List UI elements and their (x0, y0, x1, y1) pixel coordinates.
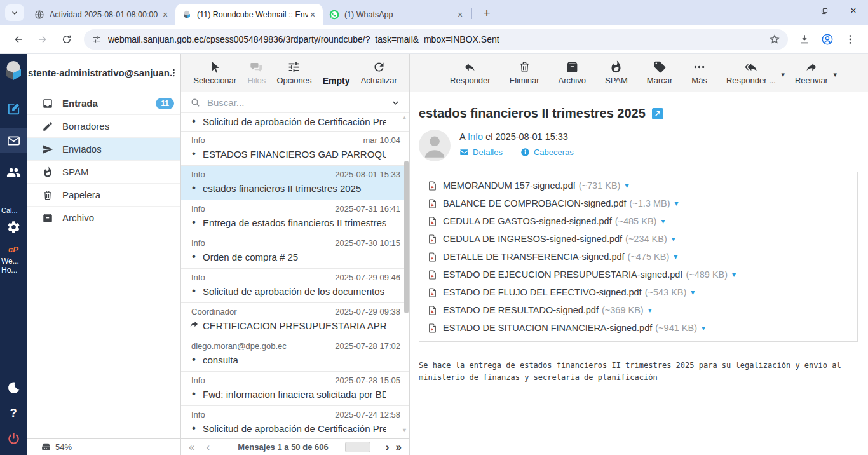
nav-contacts-button[interactable] (0, 160, 27, 185)
toolbar-button-seleccionar[interactable]: Seleccionar (191, 60, 239, 85)
dark-mode-button[interactable] (0, 375, 27, 400)
toolbar-button-reenviar[interactable]: Reenviar ▾ (792, 60, 831, 85)
toolbar-button-mas[interactable]: Más (689, 60, 710, 85)
message-list-item[interactable]: Coordinador 2025-07-29 09:38 CERTIFICACI… (181, 303, 409, 337)
page-number-input[interactable] (345, 442, 370, 452)
browser-tab-actividad[interactable]: Actividad 2025-08-01 08:00:00 × (28, 4, 175, 25)
message-list-item[interactable]: Info mar 10:04 • ESTADOS FINANCIEROS GAD… (181, 132, 409, 166)
attachment-item[interactable]: BALANCE DE COMPROBACION-signed.pdf (~1.3… (427, 194, 850, 212)
url-text[interactable]: webmail.sanjuan.gob.ec/cpsess0054849836/… (108, 34, 764, 44)
message-list-item[interactable]: Info 2025-07-31 16:41 • Entrega de estad… (181, 200, 409, 234)
attachment-menu-caret-icon[interactable]: ▾ (702, 323, 705, 332)
logout-button[interactable] (0, 426, 27, 451)
message-list-item[interactable]: • Solicitud de aprobación de Certificaci… (181, 115, 409, 132)
webmail-home-label[interactable]: We...Ho... (0, 257, 19, 275)
last-page-button[interactable]: » (396, 441, 402, 454)
attachment-item[interactable]: ESTADO DE RESULTADO-signed.pdf (~369 KB)… (427, 301, 850, 319)
site-info-icon[interactable] (92, 34, 102, 44)
folder-item-archivo[interactable]: Archivo (27, 207, 180, 229)
attachment-menu-caret-icon[interactable]: ▾ (672, 234, 675, 243)
scroll-down-icon[interactable]: ▼ (402, 427, 407, 433)
toolbar-button-responder-todos[interactable]: Responder ... ▾ (724, 60, 778, 85)
folder-item-papelera[interactable]: Papelera (27, 184, 180, 207)
toolbar-button-opciones[interactable]: Opciones (275, 60, 315, 85)
toolbar-button-archivo[interactable]: Archivo (556, 60, 588, 85)
toolbar-button-hilos[interactable]: Hilos (245, 60, 268, 85)
prev-page-button[interactable]: ‹ (206, 441, 210, 454)
toolbar-button-empty[interactable]: Empty (320, 60, 353, 86)
attachment-item[interactable]: ESTADO DE EJECUCION PRESUPUESTARIA-signe… (427, 266, 850, 283)
attachment-menu-caret-icon[interactable]: ▾ (674, 252, 677, 261)
attachment-item[interactable]: CEDULA DE INGRESOS-signed-signed.pdf (~2… (427, 230, 850, 248)
nav-mail-button[interactable] (0, 128, 27, 153)
cpanel-icon[interactable]: cP (8, 245, 18, 254)
next-page-button[interactable]: › (386, 441, 390, 454)
first-page-button[interactable]: « (189, 441, 194, 454)
attachment-menu-caret-icon[interactable]: ▾ (661, 217, 665, 226)
browser-tab-roundcube[interactable]: (11) Roundcube Webmail :: Envi × (175, 4, 323, 25)
message-list-item[interactable]: Info 2025-07-29 09:46 • Solicitud de apr… (181, 269, 409, 303)
search-input[interactable] (207, 97, 391, 108)
attachment-item[interactable]: CEDULA DE GASTOS-signed-signed.pdf (~485… (427, 212, 850, 230)
maximize-button[interactable] (810, 0, 839, 22)
download-icon[interactable] (798, 33, 811, 46)
new-tab-button[interactable]: + (478, 5, 495, 22)
nav-settings-button[interactable] (0, 214, 27, 240)
message-list-item[interactable]: diego.moran@dpe.gob.ec 2025-07-28 17:02 … (181, 337, 409, 372)
toolbar-button-eliminar[interactable]: Eliminar (507, 60, 542, 85)
dropdown-caret-icon[interactable]: ▾ (781, 71, 785, 79)
attachment-menu-caret-icon[interactable]: ▾ (732, 270, 736, 279)
message-actions: Detalles Cabeceras (459, 147, 574, 157)
attachment-menu-caret-icon[interactable]: ▾ (691, 288, 695, 297)
message-list-item[interactable]: Info 2025-07-24 12:58 • Solicitud de apr… (181, 406, 409, 438)
attachment-menu-caret-icon[interactable]: ▾ (675, 199, 679, 208)
message-list-item[interactable]: Info 2025-07-28 15:05 • Fwd: informacion… (181, 372, 409, 406)
recipient-link[interactable]: Info (468, 132, 483, 142)
attachment-item[interactable]: MEMORANDUM 157-signed.pdf (~731 KB) ▾ (427, 177, 850, 194)
action-cabeceras[interactable]: Cabeceras (520, 147, 574, 157)
tab-search-button[interactable] (5, 4, 24, 21)
address-bar[interactable]: webmail.sanjuan.gob.ec/cpsess0054849836/… (84, 29, 788, 50)
message-list-item[interactable]: Info 2025-08-01 15:33 • estados financie… (181, 166, 409, 200)
attachment-menu-caret-icon[interactable]: ▾ (648, 306, 652, 315)
tab-close-icon[interactable]: × (455, 10, 465, 20)
mail-icon (6, 133, 21, 148)
attachment-item[interactable]: DETALLE DE TRANSFERENCIA-signed.pdf (~47… (427, 248, 850, 266)
folder-item-spam[interactable]: SPAM (27, 161, 180, 184)
back-button[interactable] (9, 30, 28, 49)
toolbar-button-actualizar[interactable]: Actualizar (358, 60, 400, 85)
tab-close-icon[interactable]: × (160, 10, 170, 20)
search-options-chevron-icon[interactable] (391, 98, 400, 107)
list-scrollbar[interactable] (404, 161, 409, 313)
bookmark-star-icon[interactable] (769, 34, 780, 45)
folder-menu-icon[interactable] (168, 67, 179, 78)
action-detalles[interactable]: Detalles (459, 147, 503, 157)
folder-item-enviados[interactable]: Enviados (27, 138, 180, 161)
browser-menu-icon[interactable] (844, 33, 857, 46)
folder-item-borradores[interactable]: Borradores (27, 115, 180, 138)
forward-button[interactable] (33, 30, 52, 49)
message-sender: Info (191, 238, 205, 248)
toolbar-button-responder[interactable]: Responder (447, 60, 493, 85)
toolbar-button-marcar[interactable]: Marcar (644, 60, 675, 85)
toolbar-button-spam[interactable]: SPAM (602, 60, 630, 85)
compose-button[interactable] (0, 96, 27, 121)
attachment-menu-caret-icon[interactable]: ▾ (625, 181, 628, 190)
profile-icon[interactable] (821, 33, 834, 46)
browser-tab-whatsapp[interactable]: (1) WhatsApp × (323, 4, 470, 25)
folder-item-entrada[interactable]: Entrada 11 (27, 92, 180, 115)
pdf-file-icon (427, 234, 438, 245)
nav-calendar-label[interactable]: Cal... (0, 207, 18, 214)
close-window-button[interactable]: × (839, 0, 868, 22)
dropdown-caret-icon[interactable]: ▾ (833, 71, 837, 79)
minimize-button[interactable] (780, 0, 810, 22)
open-in-new-window-icon[interactable] (652, 108, 663, 119)
toolbar-button-label: Actualizar (361, 76, 397, 85)
reload-button[interactable] (57, 30, 76, 49)
attachment-item[interactable]: ESTADO DE FLUJO DEL EFECTIVO-signed.pdf … (427, 283, 850, 301)
tab-close-icon[interactable]: × (308, 10, 318, 20)
help-button[interactable]: ? (0, 400, 27, 426)
message-list-item[interactable]: Info 2025-07-30 10:15 • Orden de compra … (181, 234, 409, 269)
scroll-up-icon[interactable]: ▲ (402, 114, 407, 121)
attachment-item[interactable]: ESTADO DE SITUACION FINANCIERA-signed.pd… (427, 319, 850, 337)
